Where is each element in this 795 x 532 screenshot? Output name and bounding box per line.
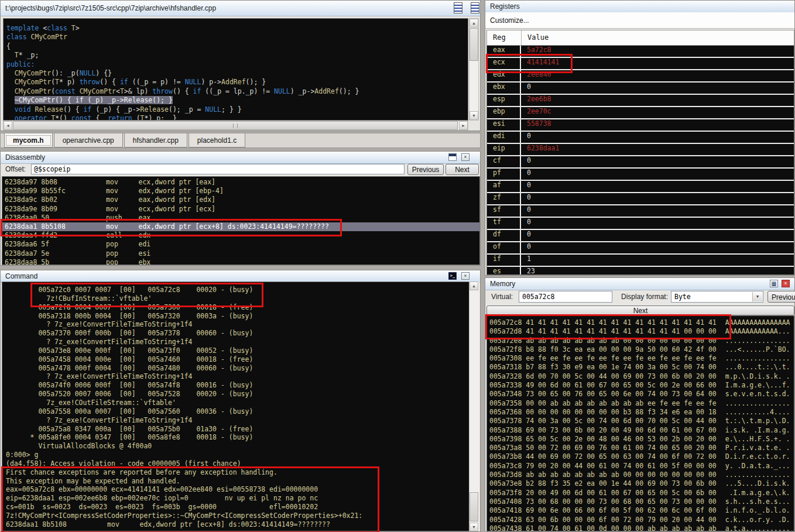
register-row-of: of0 [487, 242, 794, 255]
register-row-cf: cf0 [487, 156, 794, 169]
source-hscroll-thumb[interactable] [13, 121, 458, 130]
memory-ascii: c.k...o.r.y. .D. [725, 516, 790, 524]
register-name: cf [487, 156, 521, 167]
tab-hfshandler.cpp[interactable]: hfshandler.cpp [124, 133, 187, 147]
command-line: 7z!CMyComPtr<ICompressSetCoderProperties… [6, 512, 469, 520]
source-code: template <class T>class CMyComPtr{ T* _p… [3, 18, 468, 121]
register-value[interactable]: 558738 [521, 119, 551, 131]
disassembly-row: 6238daa0 50 push eax [2, 214, 479, 222]
tab-openarchive.cpp[interactable]: openarchive.cpp [54, 133, 123, 147]
command-line: 0:000> g [6, 451, 469, 459]
register-row-esi: esi558738 [487, 119, 794, 132]
register-value[interactable]: 2ee70c [521, 107, 551, 118]
register-name: ebx [487, 83, 521, 94]
memory-address: 005a72d8 [489, 327, 522, 335]
command-prompt-icon[interactable]: >_ [448, 272, 457, 280]
memory-hex: 6d 00 70 00 5c 00 44 00 69 00 73 00 6b 0… [522, 372, 716, 380]
register-value[interactable]: 2ee6b8 [521, 95, 551, 106]
register-value[interactable]: 23 [521, 267, 535, 275]
memory-titlebar: Memory ▦ × [485, 278, 794, 290]
close-icon[interactable]: × [461, 153, 470, 161]
command-line: * 005a8fe0 0004 0347 [00] 005a8fe8 00018… [6, 433, 469, 442]
register-value[interactable]: 5a72c8 [521, 46, 551, 57]
virtual-label: Virtual: [491, 293, 513, 301]
command-scrollbar[interactable]: ▲ ▼ [469, 282, 479, 531]
source-horizontal-scrollbar[interactable]: ◄ ► [3, 121, 468, 131]
memory-previous-button[interactable]: Previous [767, 291, 795, 303]
memory-address: 005a7338 [489, 381, 522, 389]
source-vscroll-thumb[interactable] [470, 28, 478, 61]
disassembly-row: 6238daa7 5e pop esi [2, 249, 479, 258]
memory-row: 005a72e8 ab ab ab ab ab ab ab ab 00 00 0… [489, 337, 794, 345]
memory-address: 005a7408 [489, 497, 522, 506]
virtual-address-input[interactable] [519, 291, 612, 303]
register-value[interactable]: 0 [521, 132, 531, 143]
source-line: T* _p; [6, 51, 468, 60]
next-button[interactable]: Next [446, 164, 479, 175]
memory-address: 005a7418 [489, 506, 522, 514]
memory-address: 005a73b8 [489, 452, 522, 461]
command-line: eip=6238daa1 esp=002ee6b8 ebp=002ee70c i… [6, 494, 469, 503]
document-icon [454, 2, 462, 13]
memory-address: 005a7368 [489, 408, 522, 416]
register-value[interactable]: 2ee840 [521, 70, 551, 81]
register-value[interactable]: 6238daa1 [521, 144, 559, 155]
source-vertical-scrollbar[interactable]: ▲ ▼ [469, 18, 479, 121]
dock-window-icon[interactable] [448, 153, 457, 161]
register-row-es: es23 [487, 267, 794, 275]
windbg-window: t:\projects\bugs\7zip\src\7z1505-src\cpp… [0, 0, 795, 532]
register-value[interactable]: 0 [521, 181, 531, 192]
close-icon[interactable]: × [782, 280, 790, 287]
scroll-up-icon[interactable]: ▲ [470, 19, 478, 28]
register-value[interactable]: 0 [521, 242, 531, 253]
customize-menu[interactable]: Customize... [485, 12, 794, 29]
memory-hex: 49 00 6d 00 61 00 67 00 65 00 5c 00 2e 0… [522, 381, 716, 389]
memory-hex: b2 88 f3 35 e2 ea 00 1e 44 00 69 00 73 0… [522, 479, 716, 488]
memory-ascii: s.h...s.h.e.s... [725, 497, 790, 506]
grid-icon[interactable]: ▦ [770, 280, 778, 287]
tab-mycom.h[interactable]: mycom.h [4, 133, 53, 147]
scroll-left-icon[interactable]: ◄ [4, 121, 12, 130]
command-scroll-thumb[interactable] [470, 492, 478, 521]
command-line: 005a7458 0004 000e [00] 005a7460 00018 -… [6, 355, 469, 364]
memory-hex: 00 00 00 00 00 00 00 00 b3 88 f3 34 e6 e… [522, 408, 716, 416]
register-value[interactable]: 0 [521, 230, 531, 241]
scroll-down-icon[interactable]: ▼ [470, 523, 478, 531]
tab-placehold1.c[interactable]: placehold1.c [189, 133, 245, 147]
memory-next-button[interactable]: Next [486, 306, 794, 315]
register-value[interactable]: 1 [521, 255, 531, 266]
register-row-ebx: ebx0 [487, 83, 794, 95]
offset-input[interactable] [31, 164, 405, 174]
register-value[interactable]: 0 [521, 169, 531, 180]
scroll-right-icon[interactable]: ► [459, 121, 468, 130]
reg-column-header: Reg [487, 30, 522, 45]
scroll-down-icon[interactable]: ▼ [470, 111, 478, 120]
previous-button[interactable]: Previous [407, 164, 444, 175]
register-value[interactable]: 41414141 [521, 58, 559, 69]
register-value[interactable]: 0 [521, 193, 531, 204]
memory-address: 005a73c8 [489, 462, 522, 470]
memory-ascii: a.t.a........... [725, 524, 790, 531]
memory-hex: 41 41 41 41 41 41 41 41 41 41 41 41 41 4… [522, 318, 716, 327]
memory-hex: 73 00 65 00 76 00 65 00 6e 00 74 00 73 0… [522, 390, 716, 398]
register-row-if: if1 [487, 255, 794, 267]
value-column-header: Value [522, 30, 549, 45]
close-icon[interactable]: × [461, 272, 470, 280]
command-titlebar: Command >_ × [1, 270, 480, 283]
command-line: 005a75a8 0347 000a [00] 005a75b0 01a30 -… [6, 425, 469, 434]
register-name: esi [487, 119, 521, 131]
register-value[interactable]: 0 [521, 205, 531, 217]
scroll-up-icon[interactable]: ▲ [470, 282, 478, 290]
register-value[interactable]: 0 [521, 156, 531, 167]
disassembly-window: Disassembly × Offset: Previous Next 6238… [0, 151, 481, 266]
register-value[interactable]: 0 [521, 83, 531, 94]
display-format-select[interactable]: Byte ▼ [671, 291, 763, 303]
memory-address: 005a7348 [489, 390, 522, 398]
memory-hex: 65 00 5c 00 2e 00 48 00 46 00 53 00 2b 0… [522, 435, 716, 443]
memory-controls: Virtual: Display format: Byte ▼ Previous [485, 290, 794, 305]
chevron-down-icon[interactable]: ▼ [752, 292, 762, 301]
memory-row: 005a7428 63 00 6b 00 00 00 6f 00 72 00 7… [489, 516, 794, 524]
disassembly-row: 6238da97 8b08 mov ecx,dword ptr [eax] [2, 178, 479, 187]
register-row-zf: zf0 [487, 193, 794, 205]
register-value[interactable]: 0 [521, 218, 531, 229]
